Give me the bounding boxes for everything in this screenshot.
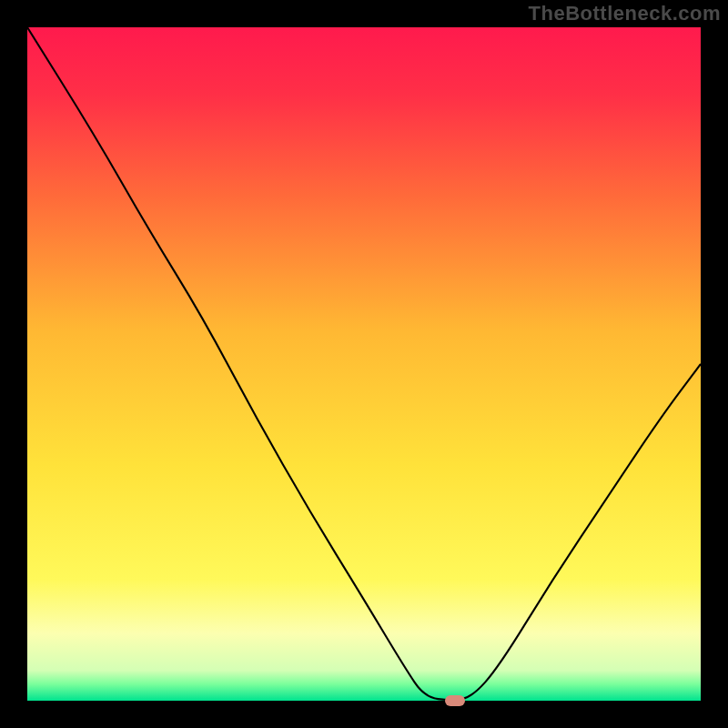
sweet-spot-marker <box>445 695 465 706</box>
watermark-text: TheBottleneck.com <box>529 2 721 25</box>
chart-svg <box>27 27 701 701</box>
plot-area <box>27 27 701 701</box>
chart-outer-frame: TheBottleneck.com <box>0 0 728 728</box>
